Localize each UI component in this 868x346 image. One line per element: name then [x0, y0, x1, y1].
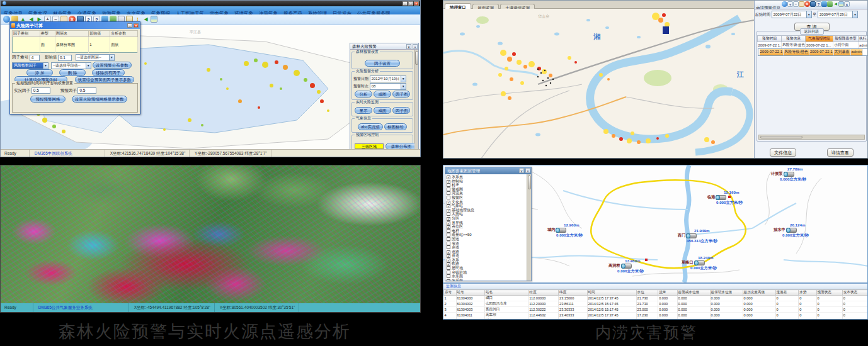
station-marker[interactable]: 27.789m 计票泵 0.000立方米/秒	[771, 167, 806, 182]
factor-index-input[interactable]: 4	[30, 55, 40, 61]
dialog-close-button[interactable]: ×	[134, 23, 139, 28]
live-factor-input[interactable]: 0.5	[31, 87, 50, 94]
station-row[interactable]: 561304020城内112.1024423.30367 2014/12/5 2…	[444, 318, 868, 320]
station-marker[interactable]: 21.949m 西门 456.313立方米/秒	[678, 228, 717, 244]
layer-checkbox[interactable]	[447, 245, 450, 249]
layer-checkbox[interactable]: ✓	[447, 279, 450, 281]
fire-map-canvas[interactable]: 长沙市 平江县 火险因子计算 – × 因子类别类型图层名影响值分析参数 面	[1, 26, 420, 149]
close-x-icon[interactable]: x	[844, 1, 850, 7]
detail-view-button[interactable]: 详情查看	[827, 148, 854, 157]
warning-col-header[interactable]: 气象预报时间	[806, 36, 833, 42]
layer-item[interactable]: 村庄	[447, 183, 526, 187]
station-col-header[interactable]: 站名	[485, 290, 528, 296]
remote-sensing-image[interactable]	[1, 165, 420, 303]
station-marker[interactable]: 13.460m 高洞桥 0.006立方米/秒	[608, 259, 644, 274]
layer-item[interactable]: 水库面	[447, 274, 526, 279]
layer-checkbox[interactable]	[447, 266, 450, 270]
dialog-titlebar[interactable]: 火险因子计算 – ×	[10, 22, 140, 29]
forecast-grid-button[interactable]: 预报预警网格	[30, 96, 66, 103]
layer-checkbox[interactable]	[447, 242, 450, 245]
layer-item[interactable]: ✓分区	[447, 216, 526, 221]
station-row[interactable]: 461304011高车坝112.4463223.40333 2014/12/5 …	[444, 313, 868, 318]
analysis-button[interactable]: 分析	[355, 91, 372, 98]
station-col-header[interactable]: 流量	[658, 290, 677, 296]
globe-icon[interactable]	[782, 1, 787, 7]
close-button[interactable]: ×	[414, 1, 419, 6]
station-map-canvas[interactable]: 地图要素图层管理 ∨ × ✓水系点✓控制站村庄警戒图河流点预警区✓文化点✓气象站…	[443, 165, 868, 282]
station-row[interactable]: 261304002么阳防汛仓库112.2000023.86111 2014/12…	[444, 301, 868, 307]
warning-col-header[interactable]: 预警时间	[758, 36, 782, 42]
image-export-icon[interactable]	[151, 16, 157, 23]
chart-icon[interactable]	[827, 1, 833, 7]
layer-item[interactable]: ✓铁路	[447, 262, 526, 266]
status-system-name[interactable]: DM365公共气象服务业务系统	[35, 303, 129, 312]
station-col-header[interactable]: 超警戒水位值	[677, 290, 710, 296]
field-select[interactable]: --请选择字段值--▼	[51, 62, 91, 69]
factor-select[interactable]: 风险指数因子▼	[12, 62, 49, 69]
forecast-display-button[interactable]: 设置火险预报网格显示参数	[72, 96, 127, 103]
layer-item[interactable]: 预警区	[447, 196, 526, 200]
factor-col-header[interactable]: 图层名	[55, 31, 88, 37]
layer-item[interactable]: 电杆	[447, 229, 526, 233]
layer-item[interactable]: ✓水系面	[447, 279, 526, 281]
layer-checkbox[interactable]	[447, 274, 450, 278]
station-row[interactable]: 361304003富西河口112.3022223.30333 2014/12/5…	[444, 307, 868, 313]
analysis-button[interactable]: 成图	[374, 91, 391, 98]
back-arrow-icon[interactable]: ◀	[833, 1, 838, 7]
warning-row[interactable]: 2009-07-22 1风险等级:橙色2009-07-22 1大到暴雨admin	[758, 48, 868, 56]
date-from-picker[interactable]: 2009年07月22日▼	[772, 11, 812, 18]
layer-checkbox[interactable]	[447, 237, 450, 241]
station-col-header[interactable]: 超历史最高值	[743, 290, 775, 296]
weather-button[interactable]: 标图标绘	[384, 123, 407, 130]
layer-checkbox[interactable]	[447, 187, 450, 191]
map-icon[interactable]	[821, 1, 827, 7]
realtime-button[interactable]: 因子图	[392, 107, 410, 114]
layer-checkbox[interactable]	[447, 196, 450, 199]
weather-button[interactable]: abc实况值	[358, 123, 383, 130]
identify-icon[interactable]: ?	[816, 1, 821, 7]
warning-time-select[interactable]: 08▼	[370, 83, 406, 90]
station-col-header[interactable]: 水势	[799, 290, 816, 296]
layer-item[interactable]: 省道	[447, 242, 526, 246]
station-marker[interactable]: 15.160m 临港 0.000立方米/秒	[707, 190, 743, 206]
date-to-picker[interactable]: 2009年07月29日▼	[818, 11, 858, 18]
warning-col-header[interactable]: 执行人	[859, 36, 868, 42]
forecast-factor-input[interactable]: 0.5	[77, 87, 96, 94]
station-col-header[interactable]: 发布状态	[842, 290, 868, 296]
pan-hand-icon[interactable]	[799, 1, 804, 7]
image-icon[interactable]	[838, 1, 844, 7]
layer-checkbox[interactable]	[447, 212, 450, 216]
station-col-header[interactable]: 水位	[636, 290, 658, 296]
station-col-header[interactable]: 预警状态	[816, 290, 842, 296]
analysis-button[interactable]: 因子图	[392, 91, 410, 98]
layer-checkbox[interactable]	[447, 229, 450, 233]
file-info-button[interactable]: 文件信息	[770, 148, 796, 157]
layer-checkbox[interactable]	[447, 191, 450, 195]
layer-item[interactable]: 国道	[447, 237, 526, 242]
layer-select[interactable]: --请选择图层--▼	[76, 54, 115, 61]
remove-all-button[interactable]: 移除所有因子	[92, 69, 125, 76]
station-col-header[interactable]: 纬度	[559, 290, 588, 296]
layer-item[interactable]: 乡道	[447, 245, 526, 250]
warning-col-header[interactable]: 预警信息	[782, 36, 806, 42]
station-col-header[interactable]: 站号	[456, 290, 485, 296]
layer-item[interactable]: 雨量站>=50	[447, 233, 526, 237]
layer-item[interactable]: 河流点	[447, 191, 526, 196]
set-display-button[interactable]: 设置综合预警图因子显示参数	[75, 76, 135, 83]
set-distribution-button[interactable]: 设置预警分布参数	[93, 62, 132, 69]
station-marker[interactable]: 18.240m 草峰口 0.000立方米/秒	[682, 255, 717, 271]
station-col-header[interactable]: 经度	[528, 290, 559, 296]
impact-input[interactable]: 0.1	[58, 55, 72, 61]
layer-scrollbar[interactable]	[527, 174, 531, 281]
layer-checkbox[interactable]	[447, 183, 450, 187]
back-arrow-icon[interactable]: ◀	[142, 16, 149, 23]
station-marker[interactable]: 12.960m 城内 0.000立方米/秒	[547, 223, 583, 238]
zoom-in-icon[interactable]: +	[787, 1, 793, 7]
station-marker[interactable]: 26.124m 抽水中 0.000立方米/秒	[774, 223, 809, 238]
layer-item[interactable]: ✓县道	[447, 254, 526, 258]
layer-panel-close-button[interactable]: ×	[525, 168, 530, 173]
realtime-button[interactable]: 显示	[355, 107, 372, 114]
layer-panel-titlebar[interactable]: 地图要素图层管理 ∨ ×	[445, 167, 531, 174]
panel-titlebar[interactable]: 森林火险预警 ▾ ×	[350, 43, 418, 50]
add-button[interactable]: 添 加	[26, 69, 53, 76]
